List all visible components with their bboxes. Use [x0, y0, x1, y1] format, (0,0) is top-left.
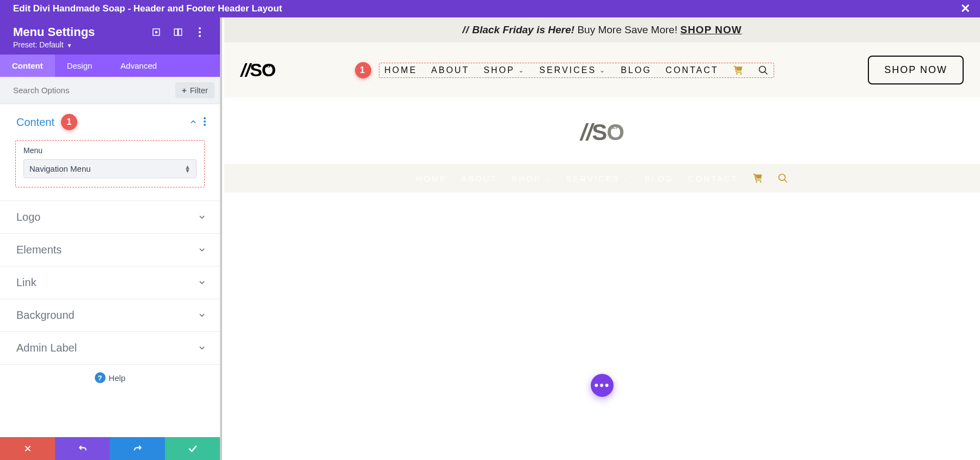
ghost-nav-contact[interactable]: CONTACT: [688, 174, 738, 183]
tab-content[interactable]: Content: [0, 55, 55, 77]
panel-footer: [0, 437, 220, 460]
section-elements-title: Elements: [16, 244, 198, 256]
section-more-icon[interactable]: [204, 116, 206, 129]
promo-rest: Buy More Save More!: [577, 24, 677, 35]
nav-item-shop[interactable]: SHOP⌄: [483, 65, 525, 75]
chevron-down-icon: ⌄: [599, 66, 607, 74]
window-title: Edit Divi Handmade Soap - Header and Foo…: [13, 3, 282, 14]
logo-o: O: [262, 59, 275, 81]
promo-slashes: //: [462, 24, 469, 35]
dots-horizontal-icon: •••: [594, 378, 610, 392]
svg-point-4: [199, 27, 201, 29]
svg-point-6: [199, 35, 201, 37]
preset-dropdown[interactable]: Preset: Default ▼: [13, 40, 207, 49]
nav-item-about[interactable]: ABOUT: [431, 65, 469, 75]
menu-select-value: Navigation Menu: [29, 164, 91, 173]
more-options-icon[interactable]: [193, 25, 207, 39]
menu-select[interactable]: Navigation Menu ▲▼: [23, 159, 197, 178]
chevron-down-icon: ⌄: [518, 66, 525, 74]
search-input[interactable]: [13, 86, 175, 95]
section-logo: Logo: [0, 201, 220, 234]
promo-bar: // Black Friday is Here! Buy More Save M…: [224, 17, 980, 43]
panel-body[interactable]: Content 1 Menu Navigation Menu ▲▼: [0, 104, 220, 437]
ghost-nav-home[interactable]: HOME: [416, 174, 447, 183]
header-nav: // S O 1 HOME ABOUT SHOP⌄ SERVICES⌄ BLOG…: [224, 43, 980, 98]
save-button[interactable]: [165, 437, 220, 460]
section-content-title: Content: [16, 116, 54, 129]
ghost-nav: HOME ABOUT SHOP⌄ SERVICES⌄ BLOG CONTACT: [224, 164, 980, 192]
section-background-toggle[interactable]: Background: [0, 299, 220, 331]
columns-icon[interactable]: [171, 25, 185, 39]
nav-item-home[interactable]: HOME: [384, 65, 417, 75]
svg-point-5: [199, 31, 201, 33]
ghost-cart-icon[interactable]: [752, 173, 763, 184]
svg-point-16: [756, 181, 757, 183]
menu-field-label: Menu: [23, 146, 197, 155]
builder-fab[interactable]: •••: [591, 374, 614, 397]
chevron-down-icon: [198, 211, 206, 223]
section-admin-label-toggle[interactable]: Admin Label: [0, 332, 220, 364]
select-updown-icon: ▲▼: [185, 165, 191, 173]
section-background-title: Background: [16, 309, 198, 322]
undo-button[interactable]: [55, 437, 110, 460]
search-bar: + Filter: [0, 77, 220, 104]
promo-cta[interactable]: SHOP NOW: [680, 24, 742, 35]
section-admin-label-title: Admin Label: [16, 342, 198, 354]
ghost-nav-shop[interactable]: SHOP⌄: [512, 174, 552, 183]
help-link[interactable]: ? Help: [0, 365, 220, 388]
caret-down-icon: ▼: [67, 43, 72, 49]
tab-advanced[interactable]: Advanced: [104, 55, 173, 77]
redo-button[interactable]: [110, 437, 165, 460]
cart-icon[interactable]: [733, 65, 744, 76]
search-icon[interactable]: [758, 65, 769, 76]
step-badge-1-preview: 1: [355, 62, 371, 78]
preset-label: Preset: Default: [13, 40, 64, 49]
svg-line-19: [784, 180, 787, 183]
logo-slashes: //: [241, 59, 250, 81]
ghost-nav-about[interactable]: ABOUT: [461, 174, 498, 183]
section-link-toggle[interactable]: Link: [0, 267, 220, 299]
close-icon[interactable]: ✕: [957, 2, 973, 16]
section-elements: Elements: [0, 234, 220, 267]
menu-field-highlight: Menu Navigation Menu ▲▼: [15, 140, 205, 187]
ghost-header: // S O HOME ABOUT SHOP⌄ SERVICES⌄ BLOG C…: [224, 119, 980, 192]
ghost-logo-o: O: [607, 119, 624, 146]
chevron-down-icon: ⌄: [623, 174, 630, 182]
chevron-down-icon: ⌄: [544, 174, 552, 182]
chevron-down-icon: [198, 342, 206, 354]
ghost-logo-slashes: //: [580, 119, 592, 146]
preview-canvas: // Black Friday is Here! Buy More Save M…: [224, 17, 980, 460]
plus-icon: +: [182, 86, 187, 95]
settings-panel: Menu Settings Preset: Default ▼ Content …: [0, 17, 222, 460]
responsive-preview-icon[interactable]: [149, 25, 163, 39]
section-admin-label: Admin Label: [0, 332, 220, 365]
shop-now-button[interactable]: SHOP NOW: [868, 56, 964, 84]
section-content-toggle[interactable]: Content 1: [0, 104, 220, 140]
ghost-search-icon[interactable]: [777, 173, 788, 184]
svg-point-17: [760, 181, 762, 183]
chevron-down-icon: [198, 309, 206, 322]
nav-item-blog[interactable]: BLOG: [621, 65, 651, 75]
site-logo[interactable]: // S O: [241, 59, 275, 81]
nav-item-contact[interactable]: CONTACT: [666, 65, 719, 75]
ghost-nav-services[interactable]: SERVICES⌄: [566, 174, 630, 183]
logo-s: S: [250, 59, 262, 81]
cancel-button[interactable]: [0, 437, 55, 460]
section-elements-toggle[interactable]: Elements: [0, 234, 220, 266]
filter-label: Filter: [190, 86, 208, 95]
svg-rect-2: [174, 29, 177, 35]
ghost-logo-s: S: [592, 119, 607, 146]
svg-point-18: [779, 174, 785, 181]
chevron-down-icon: [198, 244, 206, 256]
svg-line-15: [764, 71, 767, 74]
filter-button[interactable]: + Filter: [175, 82, 215, 98]
ghost-logo: // S O: [580, 119, 624, 146]
section-logo-toggle[interactable]: Logo: [0, 201, 220, 233]
step-badge-1: 1: [61, 114, 77, 130]
chevron-down-icon: [198, 276, 206, 289]
nav-item-services[interactable]: SERVICES⌄: [540, 65, 607, 75]
panel-header: Menu Settings Preset: Default ▼: [0, 17, 220, 55]
section-background: Background: [0, 299, 220, 332]
tab-design[interactable]: Design: [55, 55, 105, 77]
ghost-nav-blog[interactable]: BLOG: [645, 174, 674, 183]
